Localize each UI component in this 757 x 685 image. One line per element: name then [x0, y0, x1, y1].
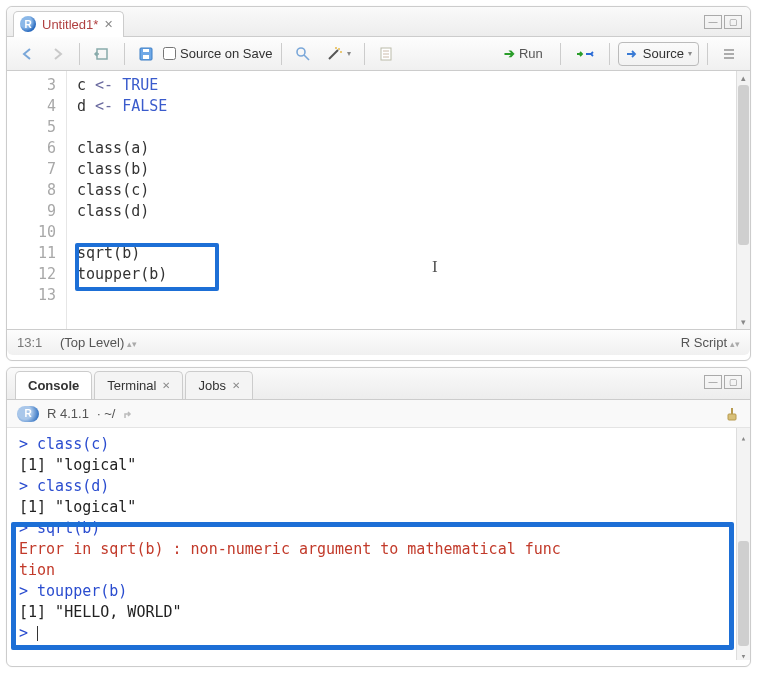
line-number: 13 [7, 285, 56, 306]
source-arrow-icon [625, 48, 639, 60]
close-icon[interactable]: ✕ [162, 380, 170, 391]
code-line: class(a) [77, 138, 750, 159]
svg-point-4 [297, 48, 305, 56]
r-version: R 4.1.1 [47, 406, 89, 421]
console-line: Error in sqrt(b) : non-numeric argument … [19, 539, 738, 560]
tab-terminal[interactable]: Terminal✕ [94, 371, 183, 399]
console-infobar: R R 4.1.1 · ~/ [7, 400, 750, 428]
line-number: 5 [7, 117, 56, 138]
source-label: Source [643, 46, 684, 61]
line-number: 12 [7, 264, 56, 285]
svg-line-5 [304, 55, 309, 60]
source-on-save-checkbox[interactable]: Source on Save [163, 46, 273, 61]
code-line: sqrt(b) [77, 243, 750, 264]
tab-console[interactable]: Console [15, 371, 92, 399]
pane-window-controls: — ▢ [704, 15, 750, 29]
scroll-down-icon[interactable]: ▾ [737, 315, 750, 329]
find-button[interactable] [290, 42, 316, 66]
code-line: class(c) [77, 180, 750, 201]
console-line: [1] "logical" [19, 455, 738, 476]
line-number: 4 [7, 96, 56, 117]
maximize-icon[interactable]: ▢ [724, 375, 742, 389]
run-button[interactable]: ➔ Run [495, 42, 552, 66]
share-icon[interactable] [123, 408, 137, 420]
scroll-thumb[interactable] [738, 541, 749, 646]
code-token: d [77, 97, 86, 115]
line-number: 8 [7, 180, 56, 201]
line-number: 9 [7, 201, 56, 222]
editor-tabbar: R Untitled1* ✕ — ▢ [7, 7, 750, 37]
code-token: FALSE [122, 97, 167, 115]
rerun-button[interactable] [569, 42, 601, 66]
line-number: 6 [7, 138, 56, 159]
editor-tab-title: Untitled1* [42, 17, 98, 32]
console-scrollbar[interactable]: ▴ ▾ [736, 428, 750, 660]
minimize-icon[interactable]: — [704, 15, 722, 29]
save-button[interactable] [133, 42, 159, 66]
text-cursor-icon: I [432, 257, 438, 277]
code-line: class(b) [77, 159, 750, 180]
scope-selector[interactable]: (Top Level)▴▾ [60, 335, 137, 350]
scroll-down-icon[interactable]: ▾ [737, 646, 750, 660]
scroll-up-icon[interactable]: ▴ [737, 71, 750, 85]
forward-button[interactable] [45, 42, 71, 66]
svg-point-7 [338, 48, 340, 50]
pane-window-controls: — ▢ [704, 375, 750, 393]
svg-point-8 [340, 51, 342, 53]
console-line: > class(c) [19, 434, 738, 455]
run-arrow-icon: ➔ [504, 46, 515, 61]
line-number: 10 [7, 222, 56, 243]
svg-line-6 [329, 50, 338, 59]
code-body[interactable]: c <- TRUE d <- FALSE class(a) class(b) c… [67, 71, 750, 329]
svg-point-9 [335, 47, 337, 49]
code-token: c [77, 76, 86, 94]
outline-button[interactable] [716, 42, 742, 66]
scroll-thumb[interactable] [738, 85, 749, 245]
close-icon[interactable]: ✕ [232, 380, 240, 391]
working-dir: · ~/ [97, 406, 115, 421]
r-logo-icon: R [20, 16, 36, 32]
tab-jobs[interactable]: Jobs✕ [185, 371, 252, 399]
code-token: <- [95, 97, 113, 115]
input-cursor [37, 626, 38, 641]
console-line: [1] "HELLO, WORLD" [19, 602, 738, 623]
close-icon[interactable]: ✕ [104, 18, 113, 31]
popout-button[interactable] [88, 42, 116, 66]
editor-scrollbar[interactable]: ▴ ▾ [736, 71, 750, 329]
back-button[interactable] [15, 42, 41, 66]
updown-icon: ▴▾ [127, 339, 137, 349]
r-logo-icon: R [17, 406, 39, 422]
minimize-icon[interactable]: — [704, 375, 722, 389]
tab-label: Console [28, 378, 79, 393]
source-dropdown[interactable]: Source ▾ [618, 42, 699, 66]
source-on-save-input[interactable] [163, 47, 176, 60]
svg-rect-3 [143, 49, 149, 52]
editor-tab-untitled[interactable]: R Untitled1* ✕ [13, 11, 124, 37]
notebook-button[interactable] [373, 42, 399, 66]
updown-icon: ▴▾ [730, 339, 740, 349]
line-number: 11 [7, 243, 56, 264]
console-body[interactable]: > class(c) [1] "logical" > class(d) [1] … [7, 428, 750, 660]
code-line: toupper(b) [77, 264, 750, 285]
tab-label: Terminal [107, 378, 156, 393]
console-pane: Console Terminal✕ Jobs✕ — ▢ R R 4.1.1 · … [6, 367, 751, 667]
line-gutter: 3 4 5 6 7 8 9 10 11 12 13 [7, 71, 67, 329]
code-line: class(d) [77, 201, 750, 222]
code-area[interactable]: 3 4 5 6 7 8 9 10 11 12 13 c <- TRUE d <-… [7, 71, 750, 329]
wand-button[interactable]: ▾ [320, 42, 356, 66]
code-token: TRUE [122, 76, 158, 94]
console-line: [1] "logical" [19, 497, 738, 518]
maximize-icon[interactable]: ▢ [724, 15, 742, 29]
code-token: <- [95, 76, 113, 94]
line-number: 7 [7, 159, 56, 180]
language-label: R Script [681, 335, 727, 350]
scroll-up-icon[interactable]: ▴ [737, 428, 750, 442]
tab-label: Jobs [198, 378, 225, 393]
editor-pane: R Untitled1* ✕ — ▢ Source on Save [6, 6, 751, 361]
scope-label: (Top Level) [60, 335, 124, 350]
console-line: > sqrt(b) [19, 518, 738, 539]
language-selector[interactable]: R Script▴▾ [681, 335, 740, 350]
console-line: > toupper(b) [19, 581, 738, 602]
clear-console-icon[interactable] [722, 406, 740, 422]
source-on-save-label: Source on Save [180, 46, 273, 61]
